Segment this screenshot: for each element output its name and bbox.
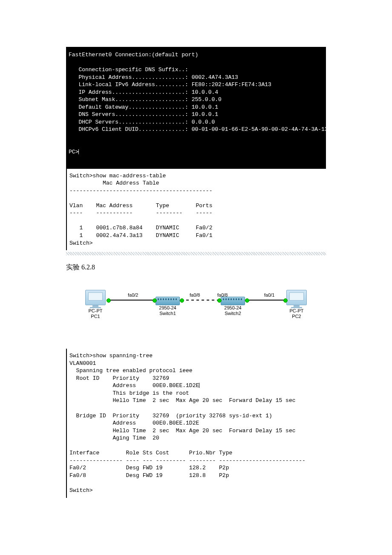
mac-row: 1 0002.4a74.3a13 DYNAMIC Fa0/1 bbox=[69, 232, 212, 239]
mac-prompt: Switch> bbox=[69, 240, 93, 246]
stp-line: Hello Time 2 sec Max Age 20 sec Forward … bbox=[69, 397, 296, 404]
stp-line: Aging Time 20 bbox=[69, 435, 159, 441]
pc-monitor-icon bbox=[286, 290, 307, 305]
device-switch2: 2950-24 Switch2 bbox=[221, 297, 245, 316]
mac-title: Mac Address Table bbox=[69, 180, 159, 186]
network-diagram: fa0/2 fa0/8 fa0/8 fa0/1 PC-PT PC1 2950-2… bbox=[85, 285, 307, 332]
mac-sep: ----------------------------------------… bbox=[69, 188, 212, 194]
terminal-ipconfig: FastEthernet0 Connection:(default port) … bbox=[66, 47, 326, 169]
stp-header-sep: ---------------- ---- --- --------- ----… bbox=[69, 457, 306, 464]
port-led-icon bbox=[245, 298, 249, 303]
mac-header: Vlan Mac Address Type Ports bbox=[69, 202, 212, 209]
device-label: Switch2 bbox=[221, 311, 245, 316]
stp-row: Fa0/8 Desg FWD 19 128.8 P2p bbox=[69, 472, 229, 479]
terminal-line: DHCP Servers....................: 0.0.0.… bbox=[69, 119, 215, 125]
wire-solid bbox=[107, 300, 158, 301]
stp-line: Address 00E0.B0EE.1D2E bbox=[69, 420, 199, 426]
device-label: 2950-24 bbox=[156, 305, 180, 311]
terminal-line: DNS Servers.....................: 10.0.0… bbox=[69, 111, 218, 118]
stp-line: Address 00E0.B0EE.1D2E bbox=[69, 382, 199, 389]
device-label: PC-PT bbox=[286, 308, 307, 314]
stp-vlan: VLAN0001 bbox=[69, 360, 96, 367]
terminal-title: FastEthernet0 Connection:(default port) bbox=[69, 52, 198, 58]
terminal-prompt: PC> bbox=[69, 149, 78, 155]
terminal-line: Subnet Mask.....................: 255.0.… bbox=[69, 96, 222, 103]
stp-prompt: Switch> bbox=[69, 487, 93, 494]
port-label: fa0/1 bbox=[264, 292, 274, 298]
pc-monitor-icon bbox=[85, 290, 106, 305]
switch-icon bbox=[221, 297, 245, 305]
wire-dashed bbox=[181, 300, 222, 301]
cursor-icon bbox=[78, 149, 79, 154]
device-pc2: PC-PT PC2 bbox=[286, 290, 307, 319]
terminal-line: Default Gateway.................: 10.0.0… bbox=[69, 104, 218, 110]
switch-icon bbox=[156, 297, 180, 305]
cursor-icon bbox=[199, 383, 199, 388]
device-label: PC-PT bbox=[85, 308, 106, 314]
device-switch1: 2950-24 Switch1 bbox=[156, 297, 180, 316]
port-label: fa0/8 bbox=[190, 292, 200, 298]
terminal-line: Physical Address................: 0002.4… bbox=[69, 74, 238, 81]
section-title: 实验 6.2.8 bbox=[66, 263, 326, 272]
terminal-line: Connection-specific DNS Suffix..: bbox=[69, 66, 188, 73]
stp-line: Bridge ID Priority 32769 (priority 32768… bbox=[69, 413, 272, 419]
stp-line: Root ID Priority 32769 bbox=[69, 375, 169, 382]
terminal-line: IP Address......................: 10.0.0… bbox=[69, 89, 218, 95]
device-label: PC1 bbox=[85, 314, 106, 319]
mac-header-sep: ---- ----------- -------- ----- bbox=[69, 210, 212, 216]
stp-line: Spanning tree enabled protocol ieee bbox=[69, 367, 193, 374]
terminal-line: Link-local IPv6 Address.........: FE80::… bbox=[69, 81, 271, 88]
port-led-icon bbox=[107, 298, 111, 303]
mac-row: 1 0001.c7b8.8a84 DYNAMIC Fa0/2 bbox=[69, 225, 212, 231]
device-label: Switch1 bbox=[156, 311, 180, 316]
hatching-divider bbox=[66, 252, 326, 255]
stp-cmd: Switch>show spanning-tree bbox=[69, 353, 153, 359]
device-pc1: PC-PT PC1 bbox=[85, 290, 106, 319]
stp-line: This bridge is the root bbox=[69, 390, 189, 396]
stp-line: Hello Time 2 sec Max Age 20 sec Forward … bbox=[69, 428, 296, 434]
document-page: FastEthernet0 Connection:(default port) … bbox=[0, 0, 392, 534]
device-label: PC2 bbox=[286, 314, 307, 319]
terminal-mac-table: Switch>show mac-address-table Mac Addres… bbox=[66, 169, 326, 250]
port-led-icon bbox=[180, 298, 184, 303]
stp-header: Interface Role Sts Cost Prio.Nbr Type bbox=[69, 450, 232, 456]
terminal-line: DHCPv6 Client DUID..............: 00-01-… bbox=[69, 126, 328, 133]
terminal-spanning-tree: Switch>show spanning-tree VLAN0001 Spann… bbox=[66, 349, 326, 497]
device-label: 2950-24 bbox=[221, 305, 245, 311]
stp-row: Fa0/2 Desg FWD 19 128.2 P2p bbox=[69, 465, 229, 471]
port-label: fa0/2 bbox=[128, 292, 138, 298]
mac-cmd: Switch>show mac-address-table bbox=[69, 173, 166, 179]
